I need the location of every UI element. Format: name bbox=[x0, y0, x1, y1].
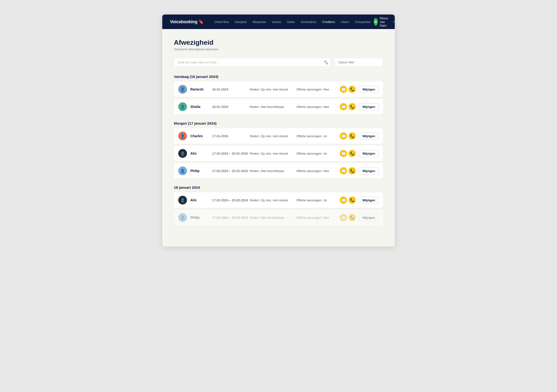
search-input[interactable] bbox=[174, 58, 331, 67]
entry-name-ramesh: Ramesh bbox=[190, 87, 212, 91]
entry-reden-philip-jan18: Reden: Niet Beschikbaar bbox=[250, 216, 296, 219]
entry-date-philip-morgen: 17-02-2024 – 25-02-2024 bbox=[212, 169, 250, 173]
avatar-ramesh: 👤 bbox=[178, 85, 187, 94]
search-icon: 🔍 bbox=[324, 60, 328, 65]
entry-reden-shaila: Reden: Niet beschikbaar bbox=[250, 105, 296, 109]
entry-reden-alix-jan18: Reden: Op reis, met reisset bbox=[250, 198, 296, 202]
search-wrapper: 🔍 bbox=[174, 58, 331, 67]
entry-date-alix-jan18: 17-02-2024 – 20-02-2024 bbox=[212, 198, 250, 202]
nav-client-flow[interactable]: Client flow bbox=[211, 15, 232, 29]
entry-name-philip-jan18: Philip bbox=[190, 216, 212, 219]
entry-philip-morgen: 👤 Philip 17-02-2024 – 25-02-2024 Reden: … bbox=[174, 163, 383, 179]
email-icon[interactable]: ✉️ bbox=[340, 214, 347, 221]
entry-name-shaila: Shaila bbox=[190, 105, 212, 109]
entry-reden-alix-morgen: Reden: Op reis, met reisset bbox=[250, 152, 296, 155]
section-morgen: Morgen (17 januari 2024) 👤 Charles 17-01… bbox=[174, 121, 383, 179]
app-container: Voicebooking 🔖 Client flow Samples Reque… bbox=[162, 15, 395, 247]
entry-offerte-alix-jan18: Offerte aanvragen: Ja bbox=[296, 198, 340, 202]
entry-icons-alix-jan18: ✉️ 📞 bbox=[340, 196, 356, 204]
nav-sales[interactable]: Sales bbox=[284, 15, 298, 29]
avatar-alix-jan18: 👤 bbox=[178, 196, 187, 204]
section-vandaag-header: Vandaag (16 januari 2024) bbox=[174, 74, 383, 79]
page-subtitle: Overzicht afwezigheid stemmen bbox=[174, 48, 383, 51]
wijzigen-button-ramesh[interactable]: Wijzigen bbox=[359, 86, 379, 93]
entry-name-alix-morgen: Alix bbox=[190, 152, 212, 155]
email-icon[interactable]: ✉️ bbox=[340, 103, 347, 110]
phone-icon[interactable]: 📞 bbox=[348, 167, 356, 175]
brand-name: Voicebooking bbox=[170, 19, 197, 24]
entry-name-charles: Charles bbox=[190, 134, 212, 138]
nav-generators[interactable]: Generators bbox=[298, 15, 319, 29]
nav-user[interactable]: R Rinus van Dam ▾ bbox=[374, 16, 394, 27]
phone-icon[interactable]: 📞 bbox=[348, 132, 356, 140]
entry-icons-philip-jan18: ✉️ 📞 bbox=[340, 214, 356, 221]
section-jan18: 18 januari 2024 👤 Alix 17-02-2024 – 20-0… bbox=[174, 185, 383, 225]
wijzigen-button-charles[interactable]: Wijzigen bbox=[359, 133, 379, 140]
nav-requests[interactable]: Requests bbox=[250, 15, 269, 29]
entry-offerte-philip-jan18: Offerte aanvragen: Nee bbox=[296, 216, 340, 219]
entry-icons-shaila: ✉️ 📞 bbox=[340, 103, 356, 110]
phone-icon[interactable]: 📞 bbox=[348, 214, 356, 221]
entry-name-philip-morgen: Philip bbox=[190, 169, 212, 173]
nav-creditors[interactable]: Creditors bbox=[319, 15, 338, 29]
email-icon[interactable]: ✉️ bbox=[340, 150, 347, 157]
entry-offerte-shaila: Offerte aanvragen: Nee bbox=[296, 105, 340, 109]
entry-philip-jan18: 👤 Philip 17-02-2024 – 25-02-2024 Reden: … bbox=[174, 210, 383, 225]
nav-companies[interactable]: Companies bbox=[352, 15, 374, 29]
avatar-shaila: 👤 bbox=[178, 102, 187, 111]
wijzigen-button-philip-morgen[interactable]: Wijzigen bbox=[359, 168, 379, 175]
email-icon[interactable]: ✉️ bbox=[340, 132, 347, 140]
entry-date-philip-jan18: 17-02-2024 – 25-02-2024 bbox=[212, 216, 250, 219]
page-title: Afwezigheid bbox=[174, 39, 383, 47]
entry-alix-jan18: 👤 Alix 17-02-2024 – 20-02-2024 Reden: Op… bbox=[174, 192, 383, 208]
search-row: 🔍 bbox=[174, 58, 383, 67]
nav-users[interactable]: Users bbox=[338, 15, 352, 29]
avatar-philip-jan18: 👤 bbox=[178, 213, 187, 222]
entry-shaila: 👤 Shaila 16-01-2024 Reden: Niet beschikb… bbox=[174, 99, 383, 114]
phone-icon[interactable]: 📞 bbox=[348, 86, 356, 93]
avatar-charles: 👤 bbox=[178, 132, 187, 140]
avatar: R bbox=[374, 18, 378, 26]
phone-icon[interactable]: 📞 bbox=[348, 150, 356, 157]
entry-icons-charles: ✉️ 📞 bbox=[340, 132, 356, 140]
email-icon[interactable]: ✉️ bbox=[340, 196, 347, 204]
phone-icon[interactable]: 📞 bbox=[348, 196, 356, 204]
search-button[interactable]: 🔍 bbox=[324, 60, 328, 65]
entry-reden-philip-morgen: Reden: Niet beschikbaar bbox=[250, 169, 296, 173]
entry-offerte-charles: Offerte aanvragen: Ja bbox=[296, 134, 340, 138]
avatar-philip-morgen: 👤 bbox=[178, 167, 187, 175]
entry-icons-alix-morgen: ✉️ 📞 bbox=[340, 150, 356, 157]
wijzigen-button-shaila[interactable]: Wijzigen bbox=[359, 103, 379, 110]
wijzigen-button-philip-jan18[interactable]: Wijzigen bbox=[359, 214, 379, 221]
email-icon[interactable]: ✉️ bbox=[340, 167, 347, 175]
main-content: Afwezigheid Overzicht afwezigheid stemme… bbox=[162, 29, 395, 247]
section-vandaag: Vandaag (16 januari 2024) 👤 Ramesh 16-01… bbox=[174, 74, 383, 114]
phone-icon[interactable]: 📞 bbox=[348, 103, 356, 110]
avatar-alix-morgen: 👤 bbox=[178, 149, 187, 158]
date-filter-input[interactable] bbox=[335, 58, 383, 67]
wijzigen-button-alix-jan18[interactable]: Wijzigen bbox=[359, 197, 379, 204]
section-morgen-header: Morgen (17 januari 2024) bbox=[174, 121, 383, 125]
entry-icons-philip-morgen: ✉️ 📞 bbox=[340, 167, 356, 175]
entry-charles: 👤 Charles 17-01-2024 Reden: Op reis, met… bbox=[174, 128, 383, 144]
chevron-down-icon: ▾ bbox=[393, 21, 394, 23]
nav-samples[interactable]: Samples bbox=[232, 15, 250, 29]
wijzigen-button-alix-morgen[interactable]: Wijzigen bbox=[359, 150, 379, 157]
email-icon[interactable]: ✉️ bbox=[340, 86, 347, 93]
user-name: Rinus van Dam bbox=[380, 16, 391, 27]
entry-alix-morgen: 👤 Alix 17-02-2024 – 20-02-2024 Reden: Op… bbox=[174, 146, 383, 161]
entry-date-shaila: 16-01-2024 bbox=[212, 105, 250, 109]
nav-links: Client flow Samples Requests Voices Sale… bbox=[211, 15, 374, 29]
entry-offerte-alix-morgen: Offerte aanvragen: Ja bbox=[296, 152, 340, 155]
entry-name-alix-jan18: Alix bbox=[190, 198, 212, 202]
entry-offerte-philip-morgen: Offerte aanvragen: Nee bbox=[296, 169, 340, 173]
brand-emoji: 🔖 bbox=[198, 19, 204, 24]
section-jan18-header: 18 januari 2024 bbox=[174, 185, 383, 190]
entry-reden-ramesh: Reden: Op reis, met reisset bbox=[250, 88, 296, 91]
navbar-brand[interactable]: Voicebooking 🔖 bbox=[170, 19, 204, 24]
nav-voices[interactable]: Voices bbox=[269, 15, 284, 29]
entry-date-charles: 17-01-2024 bbox=[212, 134, 250, 138]
navbar: Voicebooking 🔖 Client flow Samples Reque… bbox=[162, 15, 395, 29]
entry-offerte-ramesh: Offerte aanvragen: Nee bbox=[296, 88, 340, 91]
entry-ramesh: 👤 Ramesh 16-01-2024 Reden: Op reis, met … bbox=[174, 81, 383, 97]
